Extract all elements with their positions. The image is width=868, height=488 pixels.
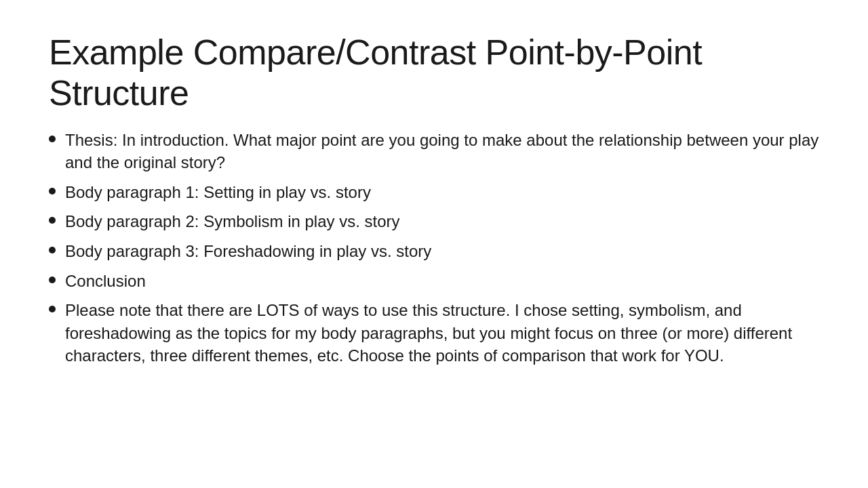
list-item: Body paragraph 1: Setting in play vs. st… <box>49 181 819 204</box>
bullet-dot-icon <box>49 306 56 312</box>
list-item: Conclusion <box>49 270 819 293</box>
bullet-text-body1: Body paragraph 1: Setting in play vs. st… <box>65 181 819 204</box>
bullet-dot-icon <box>49 247 56 253</box>
list-item: Please note that there are LOTS of ways … <box>49 299 819 367</box>
bullet-text-body2: Body paragraph 2: Symbolism in play vs. … <box>65 210 819 233</box>
list-item: Body paragraph 3: Foreshadowing in play … <box>49 240 819 263</box>
list-item: Body paragraph 2: Symbolism in play vs. … <box>49 210 819 233</box>
bullet-dot-icon <box>49 136 56 142</box>
bullet-text-body3: Body paragraph 3: Foreshadowing in play … <box>65 240 819 263</box>
bullet-list: Thesis: In introduction. What major poin… <box>49 129 819 367</box>
bullet-text-conclusion: Conclusion <box>65 270 819 293</box>
bullet-dot-icon <box>49 188 56 195</box>
bullet-dot-icon <box>49 217 56 224</box>
bullet-text-note: Please note that there are LOTS of ways … <box>65 299 819 367</box>
bullet-text-thesis: Thesis: In introduction. What major poin… <box>65 129 819 174</box>
slide-title: Example Compare/Contrast Point-by-Point … <box>49 33 819 114</box>
bullet-dot-icon <box>49 277 56 283</box>
list-item: Thesis: In introduction. What major poin… <box>49 129 819 174</box>
slide: Example Compare/Contrast Point-by-Point … <box>0 0 868 488</box>
